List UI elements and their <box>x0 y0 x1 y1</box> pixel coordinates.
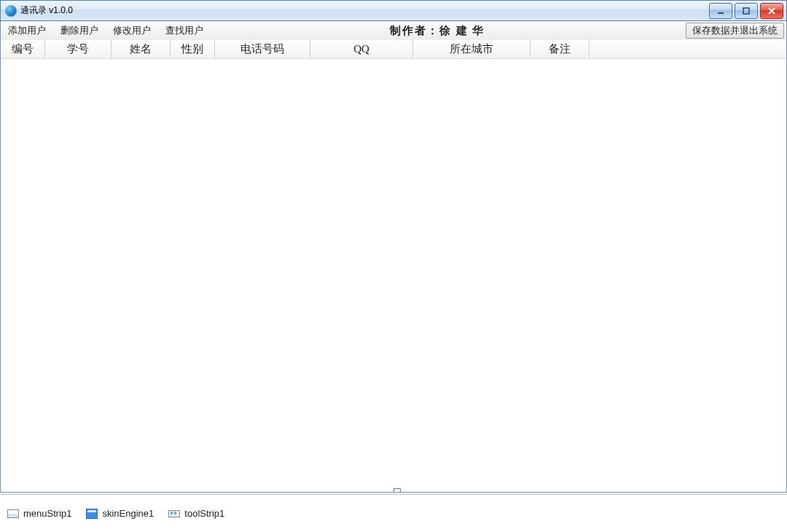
component-label: skinEngine1 <box>102 508 154 519</box>
menubar: 添加用户 删除用户 修改用户 查找用户 制作者：徐 建 华 保存数据并退出系统 <box>0 21 787 40</box>
minimize-icon <box>716 7 725 15</box>
menu-delete-user[interactable]: 删除用户 <box>53 21 106 40</box>
svg-rect-1 <box>743 8 749 14</box>
skin-icon <box>86 508 98 520</box>
close-button[interactable] <box>760 3 783 19</box>
col-qq[interactable]: QQ <box>310 40 413 58</box>
close-icon <box>767 7 776 15</box>
component-menustrip[interactable]: menuStrip1 <box>7 508 71 520</box>
window-controls <box>709 3 783 19</box>
app-icon <box>5 5 17 17</box>
save-exit-button[interactable]: 保存数据并退出系统 <box>686 23 784 39</box>
col-city[interactable]: 所在城市 <box>413 40 530 58</box>
col-gender[interactable]: 性别 <box>171 40 215 58</box>
col-phone[interactable]: 电话号码 <box>215 40 310 58</box>
table-body[interactable] <box>1 59 786 492</box>
table-area: 编号 学号 姓名 性别 电话号码 QQ 所在城市 备注 <box>0 40 787 493</box>
maximize-button[interactable] <box>735 3 758 19</box>
menu-find-user[interactable]: 查找用户 <box>158 21 211 40</box>
resize-grip-icon <box>394 488 401 492</box>
menu-add-user[interactable]: 添加用户 <box>1 21 53 40</box>
col-student-no[interactable]: 学号 <box>45 40 111 58</box>
menu-edit-user[interactable]: 修改用户 <box>106 21 158 40</box>
minimize-button[interactable] <box>709 3 732 19</box>
column-headers: 编号 学号 姓名 性别 电话号码 QQ 所在城市 备注 <box>1 40 786 59</box>
col-remark[interactable]: 备注 <box>530 40 590 58</box>
component-label: toolStrip1 <box>184 508 224 519</box>
svg-rect-0 <box>718 12 724 14</box>
col-name[interactable]: 姓名 <box>111 40 171 58</box>
component-skinengine[interactable]: skinEngine1 <box>86 508 154 520</box>
menustrip-icon <box>7 508 19 520</box>
maximize-icon <box>742 7 751 15</box>
window-title: 通讯录 v1.0.0 <box>20 4 73 17</box>
component-tray: menuStrip1 skinEngine1 toolStrip1 <box>0 494 787 532</box>
author-label: 制作者：徐 建 华 <box>390 21 485 40</box>
titlebar: 通讯录 v1.0.0 <box>0 0 787 21</box>
col-id[interactable]: 编号 <box>1 40 45 58</box>
toolstrip-icon <box>168 508 180 520</box>
component-toolstrip[interactable]: toolStrip1 <box>168 508 224 520</box>
component-label: menuStrip1 <box>23 508 71 519</box>
